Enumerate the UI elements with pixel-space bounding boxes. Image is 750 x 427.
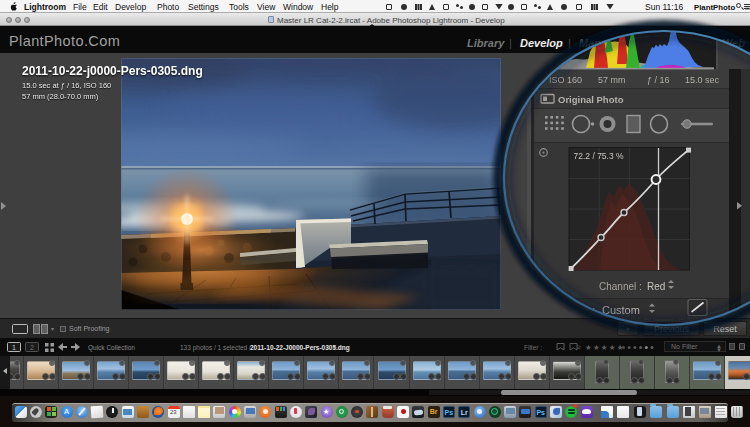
svg-text:57 mm: 57 mm <box>598 75 626 85</box>
svg-text:Original Photo: Original Photo <box>558 94 624 105</box>
svg-text:Channel :: Channel : <box>599 281 642 292</box>
svg-text:72.2 / 75.3 %: 72.2 / 75.3 % <box>574 151 625 161</box>
svg-text:Red: Red <box>647 281 665 292</box>
svg-text:ƒ / 16: ƒ / 16 <box>647 75 670 85</box>
svg-text:15.0 sec: 15.0 sec <box>685 75 720 85</box>
